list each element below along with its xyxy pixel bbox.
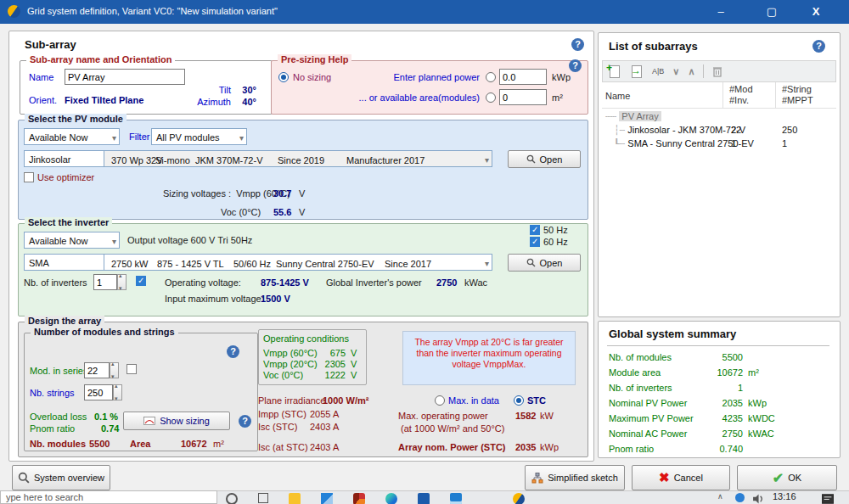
subarray-table-header: Name #Mod #Inv. #String #MPPT xyxy=(602,82,836,109)
global-power-label: Global Inverter's power xyxy=(326,277,422,288)
tray-expand-icon[interactable]: ∧ xyxy=(717,492,723,501)
design-array-section: Design the array Number of modules and s… xyxy=(18,322,588,457)
subarray-name-input[interactable] xyxy=(65,69,185,85)
inverter-open-button[interactable]: Open xyxy=(508,254,581,272)
table-row[interactable]: ┆┄ Jinkosolar - JKM 370M-72-V 22 250 xyxy=(614,125,833,136)
array-nom-power-label: Array nom. Power (STC) xyxy=(398,442,506,452)
area-label: Area xyxy=(130,439,150,449)
show-sizing-help-icon[interactable] xyxy=(239,415,251,428)
operating-voltage-value: 875-1425 V xyxy=(261,277,309,288)
word-icon[interactable] xyxy=(418,493,430,504)
operating-voltage-label: Operating voltage: xyxy=(165,277,241,288)
pvsyst-taskbar-icon[interactable] xyxy=(513,493,525,504)
pnom-value: 0.74 xyxy=(101,423,119,434)
column-name: Name xyxy=(605,91,630,101)
inverter-availability-select[interactable]: Available Now xyxy=(24,232,120,249)
file-explorer-icon[interactable] xyxy=(289,493,301,504)
nb-inverters-auto-checkbox[interactable] xyxy=(136,276,146,286)
module-node-label[interactable]: Jinkosolar - JKM 370M-72-V xyxy=(627,125,745,135)
taskbar-clock[interactable]: 13:16 xyxy=(773,491,796,501)
subarray-node-label[interactable]: PV Array xyxy=(619,111,661,121)
nb-strings-spinner[interactable] xyxy=(113,384,122,400)
close-button[interactable]: X xyxy=(796,0,835,24)
max-in-data-radio[interactable] xyxy=(435,395,445,406)
area-input[interactable] xyxy=(499,89,547,105)
global-power-unit: kWac xyxy=(464,277,487,288)
planned-power-input[interactable] xyxy=(499,69,547,85)
pnom-label: Pnom ratio xyxy=(30,423,75,434)
pv-module-since: Since 2019 xyxy=(278,153,324,167)
nb-inverters-input[interactable] xyxy=(93,274,117,290)
mail-icon[interactable] xyxy=(321,493,333,504)
plane-irradiance-label: Plane irradiance xyxy=(258,395,326,406)
area-radio[interactable] xyxy=(486,92,496,103)
toolbar-divider xyxy=(703,64,704,78)
rename-icon[interactable]: A|B xyxy=(652,67,664,76)
nb-inverters-spinner[interactable] xyxy=(117,274,127,290)
inverter-since: Since 2017 xyxy=(385,256,431,271)
cancel-button[interactable]: ✖ Cancel xyxy=(632,465,730,490)
search-icon[interactable] xyxy=(226,493,238,504)
table-row[interactable]: ┄┄ PV Array xyxy=(605,111,833,122)
summary-value: 10672 xyxy=(694,367,743,378)
pv-module-tech: Si-mono xyxy=(155,153,190,167)
cancel-label: Cancel xyxy=(674,473,703,483)
move-up-icon[interactable]: ∧ xyxy=(688,66,694,77)
maximize-button[interactable]: ▢ xyxy=(752,0,791,24)
planned-power-unit: kWp xyxy=(552,72,571,82)
pv-availability-select[interactable]: Available Now xyxy=(24,128,120,145)
simplified-sketch-button[interactable]: Simplified sketch xyxy=(525,465,625,490)
pv-filter-select[interactable]: All PV modules xyxy=(151,128,247,145)
max-operating-power-label: Max. operating power xyxy=(398,411,488,421)
inverter-model-select[interactable]: 2750 kW 875 - 1425 V TL 50/60 Hz Sunny C… xyxy=(104,254,492,271)
input-max-voltage-value: 1500 V xyxy=(261,294,290,304)
planned-power-radio[interactable] xyxy=(486,72,496,82)
freq-50hz-checkbox[interactable] xyxy=(530,225,540,235)
inverter-manufacturer-value: SMA xyxy=(29,258,49,268)
use-optimizer-checkbox[interactable] xyxy=(24,172,34,182)
duplicate-subarray-icon[interactable]: → xyxy=(630,64,644,78)
area-unit: m² xyxy=(213,439,224,449)
no-sizing-radio[interactable] xyxy=(278,72,289,82)
modules-strings-help-icon[interactable] xyxy=(227,345,239,358)
subarray-list-help-icon[interactable] xyxy=(812,40,825,53)
show-sizing-label: Show sizing xyxy=(160,416,210,426)
system-overview-button[interactable]: System overview xyxy=(12,465,110,490)
isc-value: 2403 A xyxy=(310,422,339,432)
table-row[interactable]: ┖┄ SMA - Sunny Central 2750-EV 1 1 xyxy=(614,138,833,149)
ok-button[interactable]: ✔ OK xyxy=(737,465,837,490)
delete-subarray-icon[interactable] xyxy=(712,65,722,77)
add-subarray-icon[interactable]: + xyxy=(608,64,621,78)
column-divider xyxy=(775,82,776,108)
show-sizing-button[interactable]: Show sizing xyxy=(123,412,230,430)
mod-series-spinner[interactable] xyxy=(110,362,119,378)
name-orientation-group: Sub-array name and Orientation Name Orie… xyxy=(20,60,273,115)
summary-row: Nb. of modules5500 xyxy=(609,352,829,367)
nb-strings-input[interactable] xyxy=(84,384,113,400)
photos-icon[interactable] xyxy=(450,493,462,504)
minimize-button[interactable]: – xyxy=(701,0,740,24)
no-sizing-label: No sizing xyxy=(293,72,331,82)
stc-radio[interactable] xyxy=(514,395,524,406)
edge-browser-icon[interactable] xyxy=(385,493,397,504)
pv-availability-value: Available Now xyxy=(29,132,88,143)
tree-branch: ┆┄ xyxy=(614,125,625,135)
pv-open-button[interactable]: Open xyxy=(508,150,581,168)
freq-60hz-checkbox[interactable] xyxy=(530,237,540,247)
speaker-icon[interactable] xyxy=(752,493,764,504)
task-view-icon[interactable] xyxy=(258,493,268,503)
subarray-help-icon[interactable] xyxy=(571,38,584,51)
max-in-data-label: Max. in data xyxy=(448,395,499,406)
mod-series-input[interactable] xyxy=(84,362,110,378)
taskbar-search-input[interactable]: ype here to search xyxy=(0,490,217,504)
matlab-icon[interactable] xyxy=(353,493,365,504)
tray-network-icon[interactable] xyxy=(735,493,745,502)
column-string: #String xyxy=(782,84,812,94)
mod-series-checkbox[interactable] xyxy=(127,364,137,374)
pv-module-select[interactable]: 370 Wp 32V Si-mono JKM 370M-72-V Since 2… xyxy=(104,150,492,167)
move-down-icon[interactable]: ∨ xyxy=(672,66,679,77)
notification-icon[interactable] xyxy=(822,493,834,504)
subarray-list-title: List of subarrays xyxy=(609,40,698,53)
presizing-help-icon[interactable] xyxy=(569,59,582,72)
output-voltage-text: Output voltage 600 V Tri 50Hz xyxy=(127,235,252,245)
